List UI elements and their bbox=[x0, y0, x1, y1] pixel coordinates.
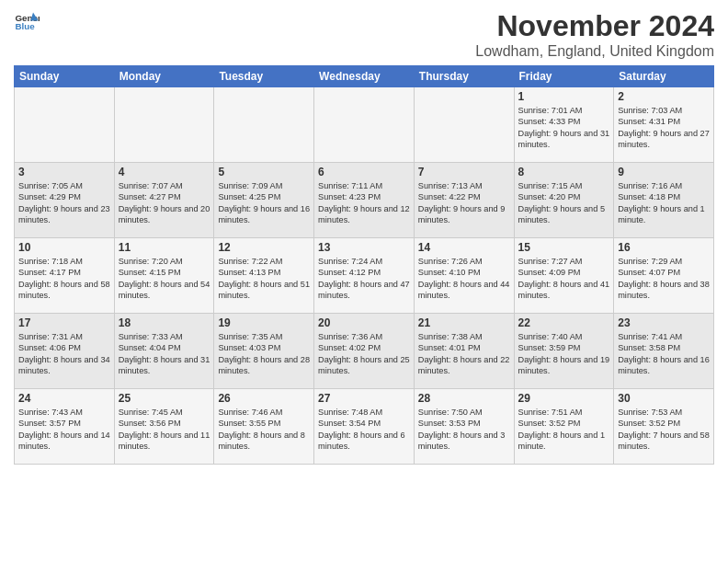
cell-text: Sunrise: 7:22 AM Sunset: 4:13 PM Dayligh… bbox=[218, 256, 310, 302]
weekday-sunday: Sunday bbox=[15, 66, 115, 87]
day-number: 21 bbox=[418, 316, 510, 329]
calendar-row-4: 24Sunrise: 7:43 AM Sunset: 3:57 PM Dayli… bbox=[15, 389, 714, 465]
day-number: 28 bbox=[418, 392, 510, 405]
cell-text: Sunrise: 7:27 AM Sunset: 4:09 PM Dayligh… bbox=[518, 256, 610, 302]
cell-text: Sunrise: 7:29 AM Sunset: 4:07 PM Dayligh… bbox=[618, 256, 710, 302]
day-number: 15 bbox=[518, 241, 610, 254]
cell-text: Sunrise: 7:45 AM Sunset: 3:56 PM Dayligh… bbox=[119, 407, 210, 453]
day-number: 20 bbox=[318, 316, 410, 329]
calendar-cell: 12Sunrise: 7:22 AM Sunset: 4:13 PM Dayli… bbox=[214, 238, 314, 314]
calendar-cell: 26Sunrise: 7:46 AM Sunset: 3:55 PM Dayli… bbox=[214, 389, 314, 465]
calendar-cell: 7Sunrise: 7:13 AM Sunset: 4:22 PM Daylig… bbox=[414, 163, 514, 238]
calendar-cell: 30Sunrise: 7:53 AM Sunset: 3:52 PM Dayli… bbox=[614, 389, 714, 465]
cell-text: Sunrise: 7:07 AM Sunset: 4:27 PM Dayligh… bbox=[119, 180, 210, 226]
calendar-cell bbox=[114, 87, 214, 163]
weekday-header-row: SundayMondayTuesdayWednesdayThursdayFrid… bbox=[15, 66, 714, 87]
day-number: 4 bbox=[119, 166, 210, 178]
weekday-friday: Friday bbox=[514, 66, 614, 87]
day-number: 7 bbox=[418, 166, 510, 178]
month-title: November 2024 bbox=[475, 9, 714, 43]
calendar-cell: 14Sunrise: 7:26 AM Sunset: 4:10 PM Dayli… bbox=[414, 238, 514, 314]
weekday-saturday: Saturday bbox=[614, 66, 714, 87]
calendar-cell: 11Sunrise: 7:20 AM Sunset: 4:15 PM Dayli… bbox=[114, 238, 214, 314]
cell-text: Sunrise: 7:53 AM Sunset: 3:52 PM Dayligh… bbox=[618, 407, 710, 453]
cell-text: Sunrise: 7:16 AM Sunset: 4:18 PM Dayligh… bbox=[618, 180, 710, 226]
cell-text: Sunrise: 7:13 AM Sunset: 4:22 PM Dayligh… bbox=[418, 180, 510, 226]
calendar-cell: 6Sunrise: 7:11 AM Sunset: 4:23 PM Daylig… bbox=[314, 163, 415, 238]
header: General Blue November 2024 Lowdham, Engl… bbox=[14, 9, 714, 60]
calendar-row-1: 3Sunrise: 7:05 AM Sunset: 4:29 PM Daylig… bbox=[15, 163, 714, 238]
day-number: 13 bbox=[318, 241, 410, 254]
calendar-cell: 5Sunrise: 7:09 AM Sunset: 4:25 PM Daylig… bbox=[214, 163, 314, 238]
day-number: 6 bbox=[318, 166, 410, 178]
calendar-cell: 21Sunrise: 7:38 AM Sunset: 4:01 PM Dayli… bbox=[414, 314, 514, 389]
cell-text: Sunrise: 7:01 AM Sunset: 4:33 PM Dayligh… bbox=[518, 105, 610, 151]
day-number: 16 bbox=[618, 241, 710, 254]
cell-text: Sunrise: 7:31 AM Sunset: 4:06 PM Dayligh… bbox=[18, 331, 110, 377]
day-number: 2 bbox=[618, 90, 710, 103]
day-number: 8 bbox=[518, 166, 610, 178]
calendar-cell: 29Sunrise: 7:51 AM Sunset: 3:52 PM Dayli… bbox=[514, 389, 614, 465]
cell-text: Sunrise: 7:20 AM Sunset: 4:15 PM Dayligh… bbox=[119, 256, 210, 302]
cell-text: Sunrise: 7:15 AM Sunset: 4:20 PM Dayligh… bbox=[518, 180, 610, 226]
cell-text: Sunrise: 7:36 AM Sunset: 4:02 PM Dayligh… bbox=[318, 331, 410, 377]
cell-text: Sunrise: 7:51 AM Sunset: 3:52 PM Dayligh… bbox=[518, 407, 610, 453]
calendar-cell: 28Sunrise: 7:50 AM Sunset: 3:53 PM Dayli… bbox=[414, 389, 514, 465]
calendar-cell: 25Sunrise: 7:45 AM Sunset: 3:56 PM Dayli… bbox=[114, 389, 214, 465]
weekday-wednesday: Wednesday bbox=[314, 66, 415, 87]
calendar-cell: 2Sunrise: 7:03 AM Sunset: 4:31 PM Daylig… bbox=[614, 87, 714, 163]
calendar-cell: 3Sunrise: 7:05 AM Sunset: 4:29 PM Daylig… bbox=[15, 163, 115, 238]
cell-text: Sunrise: 7:35 AM Sunset: 4:03 PM Dayligh… bbox=[218, 331, 310, 377]
day-number: 25 bbox=[119, 392, 210, 405]
day-number: 11 bbox=[119, 241, 210, 254]
cell-text: Sunrise: 7:41 AM Sunset: 3:58 PM Dayligh… bbox=[618, 331, 710, 377]
day-number: 10 bbox=[18, 241, 110, 254]
calendar-cell: 27Sunrise: 7:48 AM Sunset: 3:54 PM Dayli… bbox=[314, 389, 415, 465]
day-number: 9 bbox=[618, 166, 710, 178]
cell-text: Sunrise: 7:26 AM Sunset: 4:10 PM Dayligh… bbox=[418, 256, 510, 302]
day-number: 30 bbox=[618, 392, 710, 405]
day-number: 17 bbox=[18, 316, 110, 329]
day-number: 24 bbox=[18, 392, 110, 405]
calendar-cell: 17Sunrise: 7:31 AM Sunset: 4:06 PM Dayli… bbox=[15, 314, 115, 389]
cell-text: Sunrise: 7:03 AM Sunset: 4:31 PM Dayligh… bbox=[618, 105, 710, 151]
logo: General Blue bbox=[14, 9, 40, 35]
day-number: 3 bbox=[18, 166, 110, 178]
calendar-cell: 23Sunrise: 7:41 AM Sunset: 3:58 PM Dayli… bbox=[614, 314, 714, 389]
calendar-cell: 20Sunrise: 7:36 AM Sunset: 4:02 PM Dayli… bbox=[314, 314, 415, 389]
calendar-cell: 18Sunrise: 7:33 AM Sunset: 4:04 PM Dayli… bbox=[114, 314, 214, 389]
day-number: 22 bbox=[518, 316, 610, 329]
calendar-cell bbox=[314, 87, 415, 163]
calendar-cell: 1Sunrise: 7:01 AM Sunset: 4:33 PM Daylig… bbox=[514, 87, 614, 163]
day-number: 26 bbox=[218, 392, 310, 405]
logo-icon: General Blue bbox=[14, 9, 40, 35]
location-title: Lowdham, England, United Kingdom bbox=[475, 43, 714, 60]
calendar-cell: 15Sunrise: 7:27 AM Sunset: 4:09 PM Dayli… bbox=[514, 238, 614, 314]
day-number: 18 bbox=[119, 316, 210, 329]
cell-text: Sunrise: 7:05 AM Sunset: 4:29 PM Dayligh… bbox=[18, 180, 110, 226]
day-number: 19 bbox=[218, 316, 310, 329]
weekday-tuesday: Tuesday bbox=[214, 66, 314, 87]
calendar-body: 1Sunrise: 7:01 AM Sunset: 4:33 PM Daylig… bbox=[15, 87, 714, 465]
calendar-cell: 8Sunrise: 7:15 AM Sunset: 4:20 PM Daylig… bbox=[514, 163, 614, 238]
cell-text: Sunrise: 7:24 AM Sunset: 4:12 PM Dayligh… bbox=[318, 256, 410, 302]
calendar-row-2: 10Sunrise: 7:18 AM Sunset: 4:17 PM Dayli… bbox=[15, 238, 714, 314]
cell-text: Sunrise: 7:46 AM Sunset: 3:55 PM Dayligh… bbox=[218, 407, 310, 453]
cell-text: Sunrise: 7:48 AM Sunset: 3:54 PM Dayligh… bbox=[318, 407, 410, 453]
calendar-cell: 19Sunrise: 7:35 AM Sunset: 4:03 PM Dayli… bbox=[214, 314, 314, 389]
cell-text: Sunrise: 7:18 AM Sunset: 4:17 PM Dayligh… bbox=[18, 256, 110, 302]
day-number: 1 bbox=[518, 90, 610, 103]
calendar-cell: 4Sunrise: 7:07 AM Sunset: 4:27 PM Daylig… bbox=[114, 163, 214, 238]
day-number: 27 bbox=[318, 392, 410, 405]
cell-text: Sunrise: 7:33 AM Sunset: 4:04 PM Dayligh… bbox=[119, 331, 210, 377]
svg-text:Blue: Blue bbox=[15, 21, 35, 31]
calendar-table: SundayMondayTuesdayWednesdayThursdayFrid… bbox=[14, 65, 714, 465]
day-number: 5 bbox=[218, 166, 310, 178]
cell-text: Sunrise: 7:38 AM Sunset: 4:01 PM Dayligh… bbox=[418, 331, 510, 377]
cell-text: Sunrise: 7:11 AM Sunset: 4:23 PM Dayligh… bbox=[318, 180, 410, 226]
calendar-cell: 10Sunrise: 7:18 AM Sunset: 4:17 PM Dayli… bbox=[15, 238, 115, 314]
title-area: November 2024 Lowdham, England, United K… bbox=[475, 9, 714, 60]
weekday-thursday: Thursday bbox=[414, 66, 514, 87]
cell-text: Sunrise: 7:43 AM Sunset: 3:57 PM Dayligh… bbox=[18, 407, 110, 453]
calendar-cell: 16Sunrise: 7:29 AM Sunset: 4:07 PM Dayli… bbox=[614, 238, 714, 314]
